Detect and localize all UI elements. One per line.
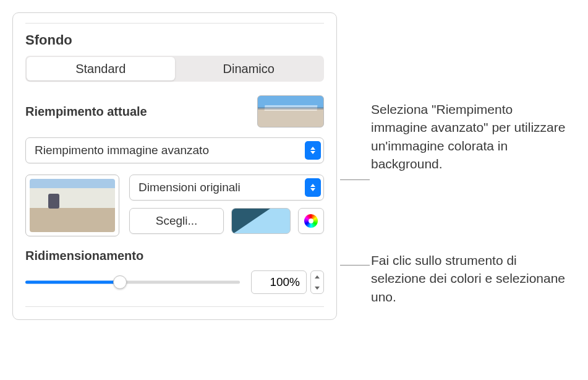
section-title: Sfondo xyxy=(25,32,324,48)
image-row: Dimensioni originali Scegli... xyxy=(25,175,324,236)
image-thumbnail xyxy=(30,179,115,232)
divider-bottom xyxy=(25,306,324,307)
segmented-control: Standard Dinamico xyxy=(25,56,324,82)
choose-button[interactable]: Scegli... xyxy=(129,208,224,234)
image-size-popup[interactable]: Dimensioni originali xyxy=(129,175,324,201)
fill-type-value: Riempimento immagine avanzato xyxy=(35,144,300,157)
resize-stepper xyxy=(251,270,324,294)
stepper-up[interactable] xyxy=(311,271,323,282)
callout-text-1: Seleziona "Riempimento immagine avanzato… xyxy=(371,100,569,173)
current-fill-row: Riempimento attuale xyxy=(25,95,324,127)
stepper-buttons xyxy=(310,270,324,294)
resize-value-field[interactable] xyxy=(251,270,307,294)
segment-standard[interactable]: Standard xyxy=(27,57,175,80)
callout-leader-2 xyxy=(340,265,370,266)
stepper-down[interactable] xyxy=(311,282,323,293)
color-wheel-icon xyxy=(304,214,318,228)
popup-arrows-icon xyxy=(305,178,321,197)
image-controls: Dimensioni originali Scegli... xyxy=(129,175,324,236)
image-size-value: Dimensioni originali xyxy=(138,181,300,194)
slider-thumb[interactable] xyxy=(113,275,127,289)
current-fill-preview[interactable] xyxy=(257,95,324,127)
popup-arrows-icon xyxy=(305,141,321,160)
callout-leader-1 xyxy=(340,179,370,180)
image-well[interactable] xyxy=(25,175,119,236)
tint-color-swatch[interactable] xyxy=(231,208,291,234)
current-fill-label: Riempimento attuale xyxy=(25,105,257,119)
fill-type-popup[interactable]: Riempimento immagine avanzato xyxy=(25,137,324,163)
choose-row: Scegli... xyxy=(129,208,324,234)
resize-row xyxy=(25,270,324,294)
resize-label: Ridimensionamento xyxy=(25,249,324,263)
resize-slider[interactable] xyxy=(25,274,240,290)
divider-top xyxy=(25,23,324,24)
segment-dynamic[interactable]: Dinamico xyxy=(175,57,323,80)
color-picker-button[interactable] xyxy=(298,208,324,234)
callout-text-2: Fai clic sullo strumento di selezione de… xyxy=(371,251,569,306)
slider-fill xyxy=(25,281,120,284)
background-panel: Sfondo Standard Dinamico Riempimento att… xyxy=(12,12,337,320)
